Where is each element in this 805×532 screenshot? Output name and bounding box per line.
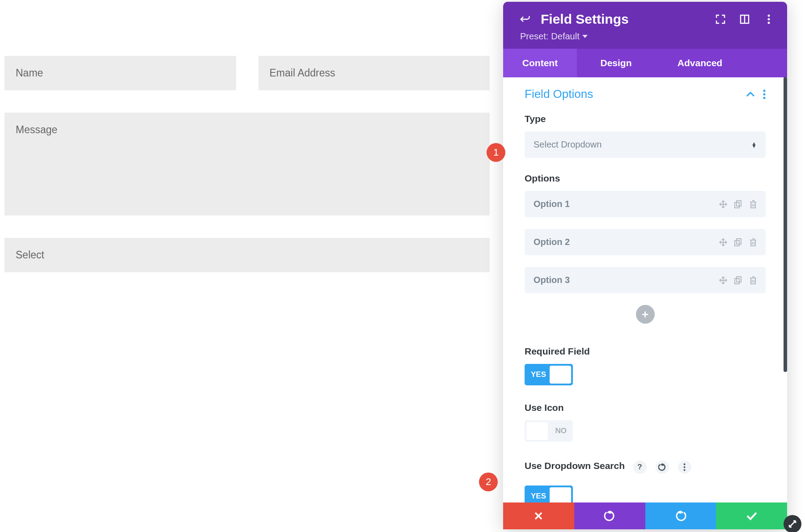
section-menu-dots-icon[interactable] <box>763 89 766 99</box>
svg-point-5 <box>763 89 766 92</box>
tab-content[interactable]: Content <box>503 49 577 77</box>
trash-icon[interactable] <box>750 200 757 208</box>
settings-panel: Field Settings <box>503 2 787 529</box>
form-preview: Name Email Address Message Select <box>4 0 490 295</box>
toggle-knob <box>550 487 571 502</box>
preset-label: Preset: <box>520 31 548 42</box>
option-row[interactable]: Option 1 <box>525 191 766 217</box>
svg-point-2 <box>768 15 770 17</box>
cancel-button[interactable] <box>503 502 574 529</box>
option-label: Option 1 <box>534 199 570 209</box>
use-icon-label: Use Icon <box>525 402 766 413</box>
menu-dots-icon[interactable] <box>764 14 774 24</box>
svg-point-16 <box>684 469 686 471</box>
option-row[interactable]: Option 3 <box>525 267 766 293</box>
type-select-value: Select Dropdown <box>534 139 602 150</box>
name-field[interactable]: Name <box>4 56 236 90</box>
confirm-button[interactable] <box>716 502 787 529</box>
undo-icon <box>604 511 615 521</box>
chevron-up-icon[interactable] <box>746 91 755 97</box>
trash-icon[interactable] <box>750 238 757 246</box>
toggle-label: YES <box>525 492 546 501</box>
svg-point-14 <box>684 464 686 465</box>
back-icon[interactable] <box>520 14 530 24</box>
message-field[interactable]: Message <box>4 113 490 215</box>
annotation-badge-2: 2 <box>479 473 498 491</box>
svg-point-15 <box>684 466 686 468</box>
email-field[interactable]: Email Address <box>258 56 490 90</box>
preset-value: Default <box>551 31 579 42</box>
panel-footer <box>503 502 787 529</box>
svg-point-7 <box>763 97 766 99</box>
panel-body: Field Options Type Select Dropdown ▲▼ Op… <box>503 77 787 502</box>
redo-button[interactable] <box>645 502 716 529</box>
check-icon <box>746 511 758 520</box>
svg-point-4 <box>768 22 770 24</box>
use-dd-search-label: Use Dropdown Search <box>525 460 625 471</box>
columns-icon[interactable] <box>740 14 750 24</box>
toggle-knob <box>526 422 548 440</box>
move-icon[interactable] <box>719 200 727 208</box>
toggle-label: YES <box>525 370 546 379</box>
type-label: Type <box>525 114 766 124</box>
resize-handle[interactable] <box>784 515 801 532</box>
scrollbar[interactable] <box>784 77 787 372</box>
duplicate-icon[interactable] <box>734 276 742 284</box>
preset-selector[interactable]: Preset: Default <box>520 31 774 42</box>
trash-icon[interactable] <box>750 276 757 284</box>
svg-point-3 <box>768 18 770 21</box>
add-option-button[interactable]: + <box>636 305 655 324</box>
option-row[interactable]: Option 2 <box>525 229 766 255</box>
duplicate-icon[interactable] <box>734 238 742 246</box>
option-label: Option 2 <box>534 237 570 247</box>
select-field[interactable]: Select <box>4 238 490 272</box>
svg-point-6 <box>763 93 766 95</box>
expand-icon[interactable] <box>716 14 725 24</box>
panel-header: Field Settings <box>503 2 787 49</box>
use-dd-search-toggle[interactable]: YES <box>525 486 573 502</box>
updown-icon: ▲▼ <box>751 142 757 148</box>
setting-menu-dots-icon[interactable] <box>678 460 691 474</box>
required-toggle[interactable]: YES <box>525 364 573 385</box>
help-icon[interactable]: ? <box>633 460 647 474</box>
annotation-badge-1: 1 <box>487 143 505 162</box>
move-icon[interactable] <box>719 238 727 246</box>
panel-title: Field Settings <box>541 12 705 27</box>
move-icon[interactable] <box>719 276 727 284</box>
toggle-knob <box>550 366 571 384</box>
chevron-down-icon <box>582 35 588 38</box>
redo-icon <box>675 511 686 521</box>
section-title[interactable]: Field Options <box>525 87 593 101</box>
panel-tabs: Content Design Advanced <box>503 49 787 77</box>
undo-button[interactable] <box>574 502 645 529</box>
plus-icon: + <box>642 308 648 321</box>
type-select[interactable]: Select Dropdown ▲▼ <box>525 131 766 158</box>
options-label: Options <box>525 173 766 184</box>
tab-design[interactable]: Design <box>577 49 655 77</box>
reset-icon[interactable] <box>656 460 669 474</box>
toggle-label: NO <box>555 426 567 435</box>
option-label: Option 3 <box>534 275 570 285</box>
required-label: Required Field <box>525 346 766 357</box>
tab-advanced[interactable]: Advanced <box>655 49 745 77</box>
duplicate-icon[interactable] <box>734 200 742 208</box>
close-icon <box>534 511 543 521</box>
use-icon-toggle[interactable]: NO <box>525 420 573 442</box>
